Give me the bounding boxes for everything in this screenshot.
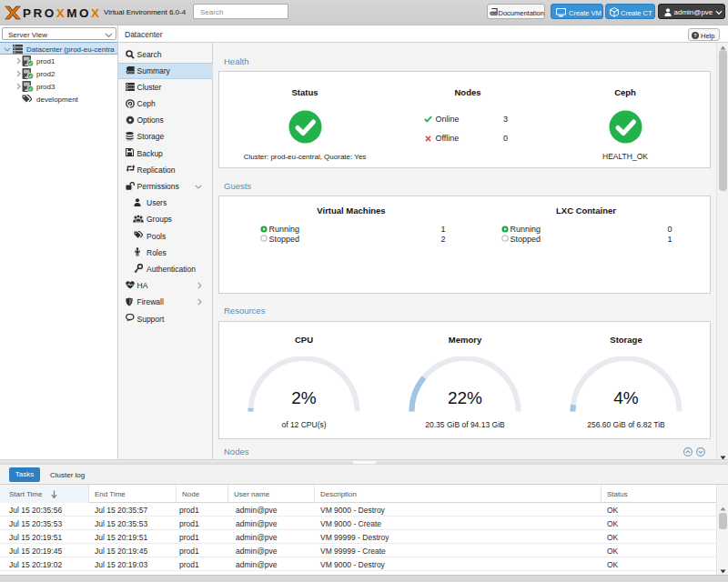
svg-text:?: ?: [693, 33, 697, 38]
